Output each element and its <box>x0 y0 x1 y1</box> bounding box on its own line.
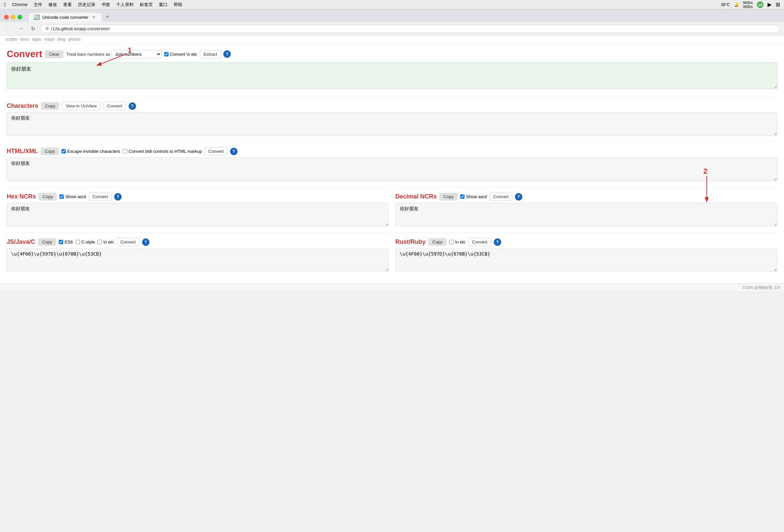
js-help-icon[interactable]: ? <box>142 239 149 246</box>
apple-menu[interactable]:  <box>4 2 6 8</box>
credit-text: CSDN @神秘创客_CN <box>743 285 780 289</box>
forward-button[interactable]: → <box>16 24 26 33</box>
tab-close-button[interactable]: ✕ <box>91 15 96 20</box>
rust-output[interactable]: \u{4F60}\u{597D}\u{670B}\u{53CB} <box>395 248 777 272</box>
minimize-button[interactable] <box>11 15 16 20</box>
menu-history[interactable]: 历史记录 <box>78 2 95 8</box>
menu-profile[interactable]: 个人资料 <box>116 2 134 8</box>
characters-convert-button[interactable]: Convert <box>103 102 126 110</box>
bidi-controls-checkbox[interactable] <box>123 149 127 153</box>
js-n-etc-text: \n etc <box>103 240 114 245</box>
maximize-button[interactable] <box>18 15 22 20</box>
decimal-ncrs-help-icon[interactable]: ? <box>515 193 522 200</box>
menu-bar:  Chrome 文件 修改 查看 历史记录 书签 个人资料 标签页 窗口 帮助… <box>0 0 784 9</box>
convert-title: Convert <box>7 49 42 59</box>
tab-bar: 🔄 Unicode code converter ✕ + <box>28 12 113 22</box>
reload-button[interactable]: ↻ <box>28 24 38 33</box>
html-xml-help-icon[interactable]: ? <box>230 148 237 155</box>
js-cstyle-checkbox[interactable] <box>76 240 80 244</box>
html-xml-title: HTML/XML <box>7 148 38 155</box>
escape-invisible-checkbox[interactable] <box>61 149 66 153</box>
breadcrumb-text: scripts · docs · apps · maps · blog · ph… <box>5 37 81 41</box>
js-n-etc-checkbox[interactable] <box>97 240 102 244</box>
html-xml-toolbar: HTML/XML Copy Escape invisible character… <box>7 147 777 156</box>
convert-section: Convert Clear Treat bare numbers as Just… <box>7 49 777 90</box>
convert-escape-checkbox-label[interactable]: Convert \n etc <box>164 52 197 57</box>
characters-output[interactable]: 你好朋友 <box>7 112 777 136</box>
profile-icon[interactable]: yd <box>757 1 763 8</box>
tab-title: Unicode code converter <box>42 15 88 20</box>
rust-section: Rust/Ruby Copy \n etc Convert ? \u{4F60}… <box>395 233 777 273</box>
hex-ncrs-help-icon[interactable]: ? <box>114 193 121 200</box>
temperature: 38°C <box>721 2 730 7</box>
address-bar-row: ← → ↻ ⚙ r12a.github.io/app-conversion/ <box>0 22 784 36</box>
hex-ncrs-convert-button[interactable]: Convert <box>89 192 112 201</box>
hex-ncrs-copy-button[interactable]: Copy <box>39 193 57 200</box>
menu-file[interactable]: 文件 <box>34 2 42 8</box>
treat-bare-numbers-select[interactable]: Just numbers Unicode codepoints Hex code… <box>112 50 162 58</box>
convert-toolbar: Convert Clear Treat bare numbers as Just… <box>7 49 777 59</box>
escape-invisible-label[interactable]: Escape invisible characters <box>61 149 120 154</box>
rust-convert-button[interactable]: Convert <box>468 238 491 246</box>
close-button[interactable] <box>4 15 9 20</box>
back-button[interactable]: ← <box>4 24 13 33</box>
clear-button[interactable]: Clear <box>45 50 63 58</box>
menu-help[interactable]: 帮助 <box>174 2 183 8</box>
convert-help-icon[interactable]: ? <box>223 50 231 58</box>
js-copy-button[interactable]: Copy <box>38 238 56 246</box>
extract-button[interactable]: Extract <box>200 50 221 58</box>
address-box[interactable]: ⚙ r12a.github.io/app-conversion/ <box>40 25 780 33</box>
html-xml-convert-button[interactable]: Convert <box>204 147 227 156</box>
bidi-controls-label[interactable]: Convert bidi controls to HTML markup <box>123 149 202 154</box>
hex-ncrs-title: Hex NCRs <box>7 193 36 200</box>
hex-ncrs-show-ascii-text: Show ascii <box>65 194 86 199</box>
js-cstyle-label[interactable]: C-style <box>76 240 95 245</box>
js-n-etc-label[interactable]: \n etc <box>97 240 114 245</box>
menu-tabs[interactable]: 标签页 <box>140 2 153 8</box>
rust-title: Rust/Ruby <box>395 239 426 246</box>
js-es6-checkbox[interactable] <box>59 240 63 244</box>
active-tab[interactable]: 🔄 Unicode code converter ✕ <box>28 12 102 22</box>
html-xml-section: HTML/XML Copy Escape invisible character… <box>7 142 777 182</box>
js-es6-label[interactable]: ES6 <box>59 240 73 245</box>
new-tab-button[interactable]: + <box>102 12 113 22</box>
characters-copy-button[interactable]: Copy <box>41 102 59 110</box>
chrome-bar: 🔄 Unicode code converter ✕ + <box>0 9 784 22</box>
convert-escape-label: Convert \n etc <box>170 52 197 57</box>
decimal-ncrs-show-ascii-checkbox[interactable] <box>460 194 465 199</box>
characters-help-icon[interactable]: ? <box>129 103 136 110</box>
grid-icon[interactable]: ⊞ <box>776 1 780 8</box>
escape-invisible-text: Escape invisible characters <box>67 149 120 154</box>
security-icon: ⚙ <box>45 26 49 31</box>
hex-ncrs-output[interactable]: 你好朋友 <box>7 203 389 226</box>
menu-chrome[interactable]: Chrome <box>12 2 28 7</box>
menu-edit[interactable]: 修改 <box>48 2 57 8</box>
html-xml-copy-button[interactable]: Copy <box>40 147 59 155</box>
characters-section: Characters Copy View in UniView Convert … <box>7 97 777 137</box>
js-convert-button[interactable]: Convert <box>117 238 139 246</box>
rust-copy-button[interactable]: Copy <box>428 238 446 246</box>
menu-window[interactable]: 窗口 <box>159 2 168 8</box>
hex-ncrs-show-ascii-label[interactable]: Show ascii <box>59 194 86 199</box>
main-content: 1 Convert Clear Treat bare numbers as Ju… <box>0 43 784 283</box>
view-in-uniview-button[interactable]: View in UniView <box>62 102 101 110</box>
rust-help-icon[interactable]: ? <box>494 239 501 246</box>
decimal-ncrs-copy-button[interactable]: Copy <box>439 193 457 200</box>
characters-title: Characters <box>7 103 38 110</box>
html-xml-output[interactable]: 你好朋友 <box>7 158 777 181</box>
js-toolbar: JS/Java/C Copy ES6 C-style \n etc Conver… <box>7 238 389 246</box>
menu-bookmarks[interactable]: 书签 <box>102 2 110 8</box>
convert-escape-checkbox[interactable] <box>164 52 169 56</box>
decimal-ncrs-show-ascii-label[interactable]: Show ascii <box>460 194 487 199</box>
menu-view[interactable]: 查看 <box>63 2 72 8</box>
decimal-ncrs-output[interactable]: 你好朋友 <box>395 203 777 226</box>
js-output[interactable]: \u{4F60}\u{597D}\u{670B}\u{53CB} <box>7 248 389 272</box>
rust-n-etc-label[interactable]: \n etc <box>449 240 466 245</box>
tab-favicon: 🔄 <box>34 15 39 20</box>
decimal-ncrs-convert-button[interactable]: Convert <box>490 192 512 201</box>
rust-n-etc-checkbox[interactable] <box>449 240 453 244</box>
convert-input[interactable]: 你好朋友 <box>7 62 777 89</box>
hex-ncrs-show-ascii-checkbox[interactable] <box>59 194 64 199</box>
cast-icon[interactable]: ▶ <box>767 1 772 8</box>
js-cstyle-text: C-style <box>81 240 95 245</box>
